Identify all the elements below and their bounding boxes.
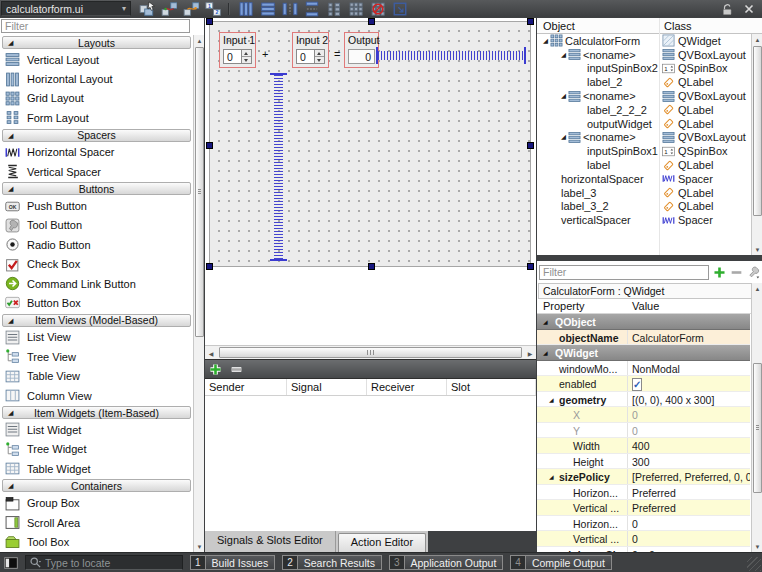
input1-layout[interactable]: Input 1 0 xyxy=(219,32,256,68)
property-value[interactable]: 0 xyxy=(627,423,750,438)
expand-triangle-icon[interactable]: ◢ xyxy=(543,349,548,356)
property-row-width[interactable]: Width400 xyxy=(537,438,750,454)
scrollbar-thumb[interactable] xyxy=(195,47,204,337)
selection-handle[interactable] xyxy=(368,263,375,270)
widgetbox-item-vertical-layout[interactable]: Vertical Layout xyxy=(1,50,192,69)
widgetbox-category-buttons[interactable]: ◢Buttons xyxy=(2,182,191,195)
output-pane-compile-output[interactable]: 4Compile Output xyxy=(510,555,612,570)
selection-handle[interactable] xyxy=(206,263,213,270)
property-value[interactable]: 400 xyxy=(627,438,750,453)
vertical-spacer[interactable] xyxy=(270,73,287,261)
widgetbox-filter-input[interactable] xyxy=(1,19,190,33)
configure-property-editor-icon[interactable] xyxy=(747,266,760,279)
expand-triangle-icon[interactable]: ◢ xyxy=(8,409,13,417)
expand-triangle-icon[interactable]: ◢ xyxy=(549,473,554,480)
widgetbox-scrollbar[interactable]: ▲ ▼ xyxy=(193,35,204,552)
input2-spinbox[interactable]: 0 xyxy=(296,49,325,64)
property-value[interactable]: [Preferred, Preferred, 0, 0] xyxy=(627,469,750,484)
column-header-sender[interactable]: Sender xyxy=(205,379,287,395)
widgetbox-category-containers[interactable]: ◢Containers xyxy=(2,479,191,492)
tab-signals-slots-editor[interactable]: Signals & Slots Editor xyxy=(205,531,336,552)
expand-triangle-icon[interactable]: ◢ xyxy=(8,39,13,47)
locator-box[interactable] xyxy=(25,555,183,570)
selection-handle[interactable] xyxy=(206,142,213,149)
widgetbox-item-push-button[interactable]: OKPush Button xyxy=(1,196,192,215)
widgetbox-item-grid-layout[interactable]: Grid Layout xyxy=(1,89,192,108)
property-value[interactable]: 0 xyxy=(627,516,750,531)
widgetbox-category-layouts[interactable]: ◢Layouts xyxy=(2,36,191,49)
expand-triangle-icon[interactable]: ◢ xyxy=(8,132,13,140)
expand-triangle-icon[interactable]: ◢ xyxy=(8,317,13,325)
inspector-row[interactable]: horizontalSpacerSpacer xyxy=(537,172,762,186)
widgetbox-item-tool-button[interactable]: Tool Button xyxy=(1,216,192,235)
close-button[interactable] xyxy=(741,2,757,16)
widgetbox-item-radio-button[interactable]: Radio Button xyxy=(1,235,192,254)
property-row-enabled[interactable]: enabled✓ xyxy=(537,376,750,392)
tab-action-editor[interactable]: Action Editor xyxy=(338,533,426,552)
inspector-row[interactable]: ◢<noname>QVBoxLayout xyxy=(537,89,762,103)
property-value[interactable]: CalculatorForm xyxy=(627,330,750,345)
scroll-right-icon[interactable]: ▶ xyxy=(524,347,536,359)
property-value[interactable]: 300 xyxy=(627,454,750,469)
widgetbox-item-group-box[interactable]: Group Box xyxy=(1,493,192,512)
inspector-row[interactable]: ◢CalculatorFormQWidget xyxy=(537,34,762,48)
property-row-horizon-[interactable]: Horizon...Preferred xyxy=(537,485,750,501)
edit-buddies-button[interactable] xyxy=(181,1,200,17)
inspector-row[interactable]: label_3_2QLabel xyxy=(537,200,762,214)
inspector-row[interactable]: verticalSpacerSpacer xyxy=(537,213,762,227)
horizontal-spacer[interactable] xyxy=(376,47,526,64)
property-row-x[interactable]: X0 xyxy=(537,407,750,423)
widgetbox-item-vertical-spacer[interactable]: Vertical Spacer xyxy=(1,162,192,181)
layout-vertically-button[interactable] xyxy=(258,1,277,17)
expand-triangle-icon[interactable]: ◢ xyxy=(8,482,13,490)
value-column-header[interactable]: Value xyxy=(627,299,659,313)
widgetbox-item-horizontal-spacer[interactable]: Horizontal Spacer xyxy=(1,143,192,162)
connections-table-body[interactable] xyxy=(205,396,536,531)
property-row-vertical-[interactable]: Vertical ...0 xyxy=(537,531,750,547)
layout-horizontal-splitter-button[interactable] xyxy=(280,1,299,17)
inspector-row[interactable]: label_2_2_2QLabel xyxy=(537,103,762,117)
form-canvas[interactable]: Input 1 0 + Input 2 0 = xyxy=(209,21,531,267)
remove-dynamic-property-icon[interactable] xyxy=(730,266,743,279)
output-pane-search-results[interactable]: 2Search Results xyxy=(282,555,382,570)
locator-input[interactable] xyxy=(45,557,180,569)
property-value[interactable]: Preferred xyxy=(627,500,750,515)
scroll-up-icon[interactable]: ▲ xyxy=(752,34,762,45)
selection-handle[interactable] xyxy=(527,263,534,270)
edit-tab-order-button[interactable]: 12 xyxy=(203,1,222,17)
property-row-objectname[interactable]: objectNameCalculatorForm xyxy=(537,330,750,346)
property-row-vertical-[interactable]: Vertical ...Preferred xyxy=(537,500,750,516)
property-value[interactable]: ✓ xyxy=(627,376,750,391)
column-header-slot[interactable]: Slot xyxy=(447,379,536,395)
selection-handle[interactable] xyxy=(368,18,375,25)
property-row-windowmo-[interactable]: windowMo...NonModal xyxy=(537,361,750,377)
selection-handle[interactable] xyxy=(527,142,534,149)
property-row-horizon-[interactable]: Horizon...0 xyxy=(537,516,750,532)
document-selector[interactable]: calculatorform.ui ▾ xyxy=(1,1,131,16)
property-row-height[interactable]: Height300 xyxy=(537,454,750,470)
scrollbar-thumb[interactable] xyxy=(219,347,522,358)
widgetbox-item-check-box[interactable]: Check Box xyxy=(1,255,192,274)
column-header-receiver[interactable]: Receiver xyxy=(367,379,447,395)
widgetbox-item-horizontal-layout[interactable]: Horizontal Layout xyxy=(1,69,192,88)
add-connection-button[interactable] xyxy=(209,363,222,376)
spin-down-icon[interactable] xyxy=(242,57,251,63)
remove-connection-button[interactable] xyxy=(230,363,243,376)
property-group-qobject[interactable]: ◢QObject xyxy=(537,314,750,330)
scroll-down-icon[interactable]: ▼ xyxy=(752,244,762,255)
widgetbox-item-table-view[interactable]: Table View xyxy=(1,366,192,385)
checkbox-checked-icon[interactable]: ✓ xyxy=(632,378,642,391)
property-value[interactable]: NonModal xyxy=(627,361,750,376)
form-hscrollbar[interactable]: ◀ ▶ xyxy=(205,345,536,359)
expand-triangle-icon[interactable]: ◢ xyxy=(549,396,554,403)
layout-grid-button[interactable] xyxy=(346,1,365,17)
output-pane-application-output[interactable]: 3Application Output xyxy=(389,555,503,570)
spin-up-icon[interactable] xyxy=(242,50,251,57)
expand-triangle-icon[interactable]: ◢ xyxy=(559,133,568,141)
selection-handle[interactable] xyxy=(527,18,534,25)
widgetbox-item-table-widget[interactable]: Table Widget xyxy=(1,459,192,478)
inspector-row[interactable]: label_3QLabel xyxy=(537,186,762,200)
widgetbox-category-spacers[interactable]: ◢Spacers xyxy=(2,129,191,142)
property-row-y[interactable]: Y0 xyxy=(537,423,750,439)
resize-grip[interactable] xyxy=(747,557,761,571)
